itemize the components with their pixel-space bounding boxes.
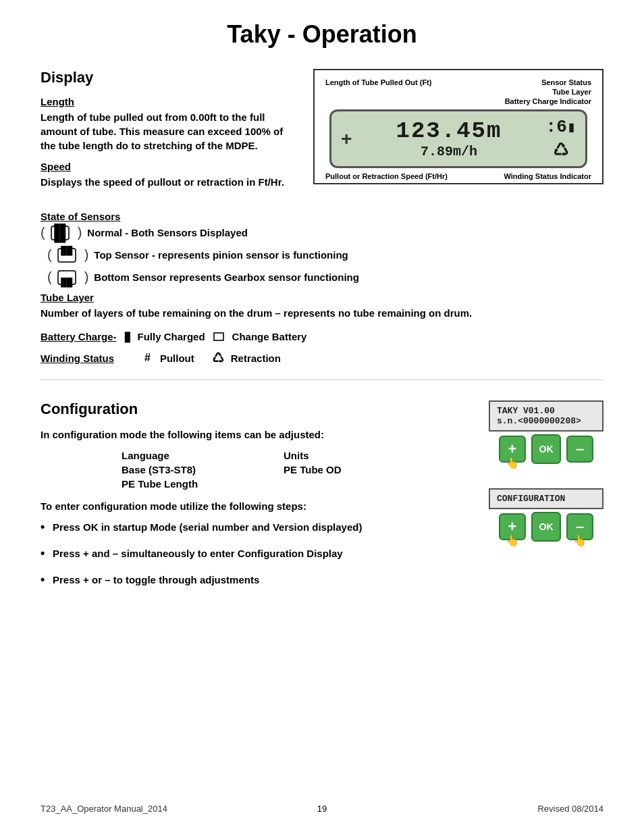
device-buttons-2: + 👆 OK – 👆 [499,512,593,542]
sensor-icon-bottom: ██ [57,270,76,285]
step-1-text: Press OK in startup Mode (serial number … [53,521,362,533]
finger-cursor-3: 👆 [573,534,587,547]
device-group-1: TAKY V01.00 s.n.<0000000208> + 👆 OK – [489,400,603,464]
ok-button-1[interactable]: OK [531,434,561,464]
below-display: State of Sensors ( ████ ) Normal - Both … [41,211,603,366]
lcd-diagram: Length of Tube Pulled Out (Ft) Sensor St… [313,69,603,197]
winding-retraction-icon: ♺ [212,350,224,366]
lcd-screen: + 123.45m 7.89m/h :6▮ ♺ [329,109,587,168]
sensor-row-3: ( ██ ) Bottom Sensor represents Gearbox … [47,269,603,285]
display-section-title: Display [41,69,300,86]
plus-button-1[interactable]: + 👆 [499,436,526,463]
config-item-1: Language [122,450,257,461]
lcd-diagram-wrapper: Length of Tube Pulled Out (Ft) Sensor St… [313,69,603,184]
step-3-text: Press + or – to toggle through adjustmen… [53,574,259,585]
ok-button-2[interactable]: OK [531,512,561,542]
battery-empty-icon [213,332,224,341]
display-left-column: Display Length Length of tube pulled out… [41,69,300,197]
lcd-label-speed: Pullout or Retraction Speed (Ft/Hr) [325,172,448,180]
winding-row: Winding Status # Pullout ♺ Retraction [41,350,603,366]
battery-full-label: Fully Charged [138,331,205,342]
step-1: • Press OK in startup Mode (serial numbe… [41,521,475,534]
config-device-images: TAKY V01.00 s.n.<0000000208> + 👆 OK – CO… [489,400,603,542]
config-items-grid: Language Units Base (ST3-ST8) PE Tube OD… [122,450,475,490]
page-number: 19 [317,804,327,814]
battery-subtitle: Battery Charge- [41,331,117,342]
device-display-2: CONFIGURATION [489,488,603,509]
config-item-2: Units [284,450,419,461]
lcd-label-battery: Battery Charge Indicator [505,97,591,105]
bullet-2: • [41,546,53,561]
lcd-label-length: Length of Tube Pulled Out (Ft) [325,78,431,105]
tube-layer-body: Number of layers of tube remaining on th… [41,306,603,320]
device-display-1: TAKY V01.00 s.n.<0000000208> [489,400,603,432]
device-buttons-1: + 👆 OK – [499,434,593,464]
winding-retraction-label: Retraction [231,353,281,364]
sensor3-label: Bottom Sensor represents Gearbox sensor … [94,271,359,283]
footer-left: T23_AA_Operator Manual_2014 [41,804,167,814]
footer-right: Revised 08/2014 [537,804,603,814]
config-item-5: PE Tube Length [122,478,257,490]
lcd-label-tube-layer: Tube Layer [552,88,591,96]
lcd-right-panel: :6▮ ♺ [546,117,576,161]
minus-button-1[interactable]: – [566,436,593,463]
config-item-4: PE Tube OD [284,464,419,475]
finger-cursor-2: 👆 [506,534,519,547]
speed-body: Displays the speed of pullout or retract… [41,175,300,189]
battery-row: Battery Charge- ▮ Fully Charged Change B… [41,328,603,344]
minus-button-2[interactable]: – 👆 [566,513,593,540]
battery-full-icon: ▮ [124,328,131,344]
sensor-row-1: ( ████ ) Normal - Both Sensors Displayed [41,225,603,240]
battery-change-label: Change Battery [232,331,307,342]
tube-layer-subtitle: Tube Layer [41,292,603,303]
sensor-icon-both: ████ [51,226,70,240]
lcd-label-sensor: Sensor Status [541,78,591,86]
plus-button-2[interactable]: + 👆 [499,513,526,540]
lcd-label-winding: Winding Status Indicator [504,172,591,180]
lcd-plus-sign: + [341,128,352,150]
sensor1-label: Normal - Both Sensors Displayed [87,227,248,238]
sensor-row-2: ( ██ ) Top Sensor - represents pinion se… [47,247,603,263]
finger-cursor-1: 👆 [506,457,519,469]
lcd-main-display: 123.45m 7.89m/h [352,118,545,159]
configuration-section: Configuration TAKY V01.00 s.n.<000000020… [41,400,603,587]
winding-pullout-label: Pullout [160,353,194,364]
sensor2-label: Top Sensor - represents pinion sensor is… [94,249,348,261]
device-group-2: CONFIGURATION + 👆 OK – 👆 [489,488,603,542]
winding-hash: # [144,352,151,364]
lcd-sub-number: 7.89m/h [352,144,545,159]
config-item-3: Base (ST3-ST8) [122,464,257,475]
page-title: Taky - Operation [41,20,603,49]
sensors-subtitle: State of Sensors [41,211,603,222]
length-body: Length of tube pulled out from 0.00ft to… [41,110,300,153]
display-section: Display Length Length of tube pulled out… [41,69,603,197]
length-subtitle: Length [41,96,300,107]
step-2-text: Press + and – simultaneously to enter Co… [53,548,343,559]
sensor-icon-top: ██ [57,248,76,263]
winding-subtitle: Winding Status [41,353,135,364]
lcd-colon-6: :6▮ [546,117,576,137]
section-divider [41,380,603,380]
bullet-1: • [41,520,53,534]
step-3: • Press + or – to toggle through adjustm… [41,574,603,587]
bullet-3: • [41,573,53,587]
lcd-main-number: 123.45m [352,118,545,144]
speed-subtitle: Speed [41,161,300,172]
lcd-winding-icon: ♺ [553,140,568,161]
step-2: • Press + and – simultaneously to enter … [41,548,603,561]
